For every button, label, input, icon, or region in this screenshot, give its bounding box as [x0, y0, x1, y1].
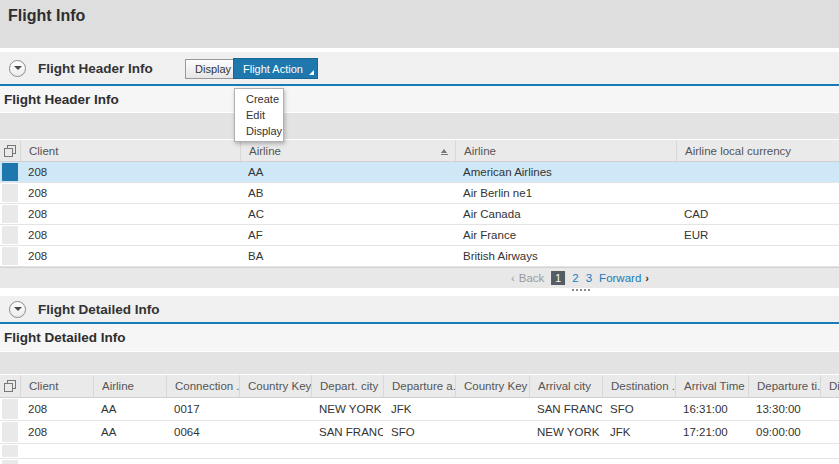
cell-airline-name: Air Canada	[455, 204, 676, 224]
cell-airline: AA	[93, 421, 166, 443]
cell-country-key-depart	[239, 421, 311, 443]
cell-airline: AA	[93, 398, 166, 420]
row-selector-cell[interactable]	[2, 163, 18, 181]
cell-airline-name: Air Berlin ne1	[455, 183, 676, 203]
select-all-icon	[4, 145, 16, 157]
table-row[interactable]: 208 AB Air Berlin ne1	[0, 183, 839, 204]
table-row[interactable]: 208 AA 0064 SAN FRANC... SFO NEW YORK JF…	[0, 421, 839, 444]
column-header-airline-code[interactable]: Airline	[240, 140, 455, 161]
column-header-departure-time[interactable]: Departure ti...	[748, 375, 820, 397]
cell-client: 208	[20, 398, 93, 420]
flight-header-section-bar: Flight Header Info Display Flight Action	[0, 52, 839, 86]
cell-departure-airport: SFO	[383, 421, 455, 443]
page-title: Flight Info	[0, 0, 839, 25]
row-selector-cell[interactable]	[2, 445, 18, 457]
pagination-bar: ‹ Back 1 2 3 Forward ›	[0, 267, 839, 288]
select-all-icon	[4, 380, 16, 392]
cell-airline-name: British Airways	[455, 246, 676, 266]
flight-action-dropdown-menu: Create Edit Display	[234, 88, 284, 142]
row-selector-cell[interactable]	[2, 184, 18, 202]
column-header-depart-city[interactable]: Depart. city	[311, 375, 383, 397]
header-table-title: Flight Header Info	[0, 86, 839, 112]
column-header-connection[interactable]: Connection ...	[166, 375, 239, 397]
column-header-departure-airport[interactable]: Departure a...	[383, 375, 455, 397]
cell-airline-currency: EUR	[676, 225, 839, 245]
cell-client: 208	[20, 421, 93, 443]
cell-airline-currency	[676, 246, 839, 266]
table-row[interactable]: 208 BA British Airways	[0, 246, 839, 267]
cell-client: 208	[20, 183, 240, 203]
column-header-airline-name[interactable]: Airline	[455, 140, 676, 161]
column-header-arrival-city[interactable]: Arrival city	[529, 375, 602, 397]
column-header-client[interactable]: Client	[20, 140, 240, 161]
select-all-cell[interactable]	[0, 140, 20, 161]
menu-item-create[interactable]: Create	[235, 91, 283, 107]
detail-table-title: Flight Detailed Info	[0, 324, 839, 351]
cell-airline-code: BA	[240, 246, 455, 266]
column-header-country-key-arrival[interactable]: Country Key	[455, 375, 529, 397]
cell-airline-currency	[676, 162, 839, 182]
cell-connection: 0017	[166, 398, 239, 420]
row-selector-cell[interactable]	[2, 399, 18, 419]
flight-info-app: Flight Info Flight Header Info Display F…	[0, 0, 839, 464]
column-header-airline[interactable]: Airline	[93, 375, 166, 397]
cell-airline-code: AA	[240, 162, 455, 182]
collapse-toggle-icon[interactable]	[9, 60, 26, 77]
cell-destination: JFK	[602, 421, 675, 443]
cell-depart-city: SAN FRANC...	[311, 421, 383, 443]
row-selector-cell[interactable]	[2, 422, 18, 442]
table-row[interactable]: 208 AF Air France EUR	[0, 225, 839, 246]
detail-table-column-row: Client Airline Connection ... Country Ke…	[0, 375, 839, 398]
back-page-link[interactable]: ‹ Back	[511, 272, 544, 284]
table-row-partial[interactable]	[0, 459, 839, 464]
cell-arrival-time: 16:31:00	[675, 398, 748, 420]
back-chevron-icon: ‹	[511, 272, 515, 284]
row-selector-cell[interactable]	[2, 247, 18, 265]
page-2-link[interactable]: 2	[572, 272, 578, 284]
cell-country-key-arrival	[455, 421, 529, 443]
table-row[interactable]: 208 AA 0017 NEW YORK JFK SAN FRANC... SF…	[0, 398, 839, 421]
column-header-destination[interactable]: Destination ...	[602, 375, 675, 397]
cell-arrival-city: SAN FRANC...	[529, 398, 602, 420]
cell-country-key-depart	[239, 398, 311, 420]
column-header-country-key-depart[interactable]: Country Key	[239, 375, 311, 397]
table-row-empty[interactable]	[0, 444, 839, 459]
cell-airline-currency: CAD	[676, 204, 839, 224]
flight-action-label: Flight Action	[243, 63, 303, 75]
cell-client: 208	[20, 162, 240, 182]
flight-detailed-section-bar: Flight Detailed Info	[0, 296, 839, 324]
page-3-link[interactable]: 3	[586, 272, 592, 284]
cell-departure-time: 13:30:00	[748, 398, 820, 420]
collapse-toggle-icon[interactable]	[9, 301, 26, 318]
forward-page-link[interactable]: Forward ›	[599, 272, 649, 284]
menu-item-edit[interactable]: Edit	[235, 107, 283, 123]
cell-client: 208	[20, 225, 240, 245]
cell-destination: SFO	[602, 398, 675, 420]
column-header-distance[interactable]: Dist	[820, 375, 839, 397]
section-title: Flight Header Info	[38, 61, 153, 76]
row-selector-cell[interactable]	[2, 226, 18, 244]
table-resize-grip[interactable]	[572, 289, 574, 291]
table-row[interactable]: 208 AC Air Canada CAD	[0, 204, 839, 225]
row-selector-cell[interactable]	[2, 460, 18, 464]
menu-item-display[interactable]: Display	[235, 123, 283, 139]
column-header-client[interactable]: Client	[20, 375, 93, 397]
cell-depart-city: NEW YORK	[311, 398, 383, 420]
cell-airline-currency	[676, 183, 839, 203]
select-all-cell[interactable]	[0, 375, 20, 397]
row-selector-cell[interactable]	[2, 205, 18, 223]
page-1-current[interactable]: 1	[551, 271, 565, 285]
table-row[interactable]: 208 AA American Airlines	[0, 162, 839, 183]
menu-corner-icon	[309, 70, 314, 75]
cell-arrival-city: NEW YORK	[529, 421, 602, 443]
flight-action-menu-button[interactable]: Flight Action	[233, 58, 318, 79]
cell-connection: 0064	[166, 421, 239, 443]
cell-client: 208	[20, 246, 240, 266]
cell-airline-name: American Airlines	[455, 162, 676, 182]
section-title: Flight Detailed Info	[38, 302, 160, 317]
column-header-arrival-time[interactable]: Arrival Time	[675, 375, 748, 397]
header-table-toolbar	[0, 113, 839, 139]
cell-airline-code: AF	[240, 225, 455, 245]
column-header-airline-currency[interactable]: Airline local currency	[676, 140, 839, 161]
cell-departure-time: 09:00:00	[748, 421, 820, 443]
